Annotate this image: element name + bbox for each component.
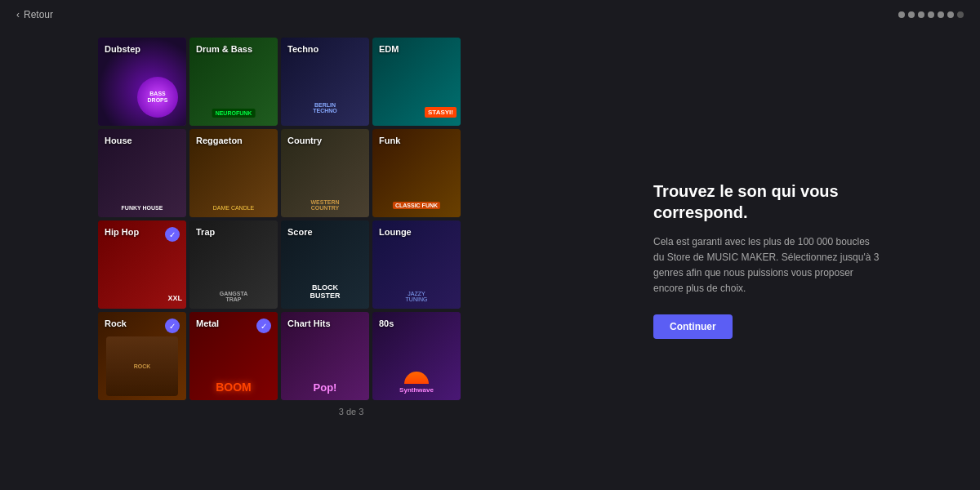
80s-art-text: Synthwave [399, 386, 434, 394]
genres-grid: BASSDROPS Dubstep NEUROFUNK Drum & Bass … [98, 38, 604, 400]
genre-card-edm[interactable]: STASYI! EDM [372, 38, 461, 126]
top-bar: ‹ Retour [0, 0, 980, 29]
dot-1 [898, 11, 905, 18]
genre-label-score: Score [287, 227, 313, 237]
genre-card-reggaeton[interactable]: DAME CANDLE Reggaeton [189, 129, 278, 217]
genre-card-techno[interactable]: BERLINTECHNO Techno [281, 38, 369, 126]
funk-art-text: CLASSIC FUNK [393, 202, 440, 209]
score-art-text: BLOCKBUSTER [310, 284, 340, 301]
genre-label-metal: Metal [196, 318, 219, 328]
genre-label-house: House [105, 136, 132, 145]
continue-button[interactable]: Continuer [653, 314, 733, 339]
dot-2 [908, 11, 915, 18]
genre-label-charthits: Chart Hits [287, 318, 331, 328]
genre-card-hiphop[interactable]: XXL Hip Hop ✓ [98, 220, 186, 309]
dubstep-art: BASSDROPS [137, 77, 178, 118]
genre-card-house[interactable]: FUNKY HOUSE House [98, 129, 186, 217]
dot-3 [918, 11, 924, 18]
genre-card-lounge[interactable]: JAZZYTUNING Lounge [372, 220, 461, 309]
genre-card-country[interactable]: WESTERNCOUNTRY Country [281, 129, 369, 217]
genres-section: BASSDROPS Dubstep NEUROFUNK Drum & Bass … [98, 38, 604, 482]
dot-7 [957, 11, 964, 18]
genre-label-country: Country [287, 136, 322, 145]
genre-card-rock[interactable]: ROCK Rock ✓ [98, 312, 186, 400]
genre-label-techno: Techno [287, 44, 318, 54]
dot-6 [947, 11, 954, 18]
genre-card-trap[interactable]: GANGSTATRAP Trap [189, 220, 278, 309]
back-chevron-icon: ‹ [16, 9, 20, 20]
genre-label-drum-bass: Drum & Bass [196, 44, 252, 54]
rock-check-icon: ✓ [165, 318, 180, 333]
info-title: Trouvez le son qui vous correspond. [653, 180, 882, 223]
genre-label-dubstep: Dubstep [105, 44, 140, 54]
dot-4 [928, 11, 934, 18]
genre-label-lounge: Lounge [379, 227, 412, 237]
back-button[interactable]: ‹ Retour [16, 9, 53, 20]
genre-card-funk[interactable]: CLASSIC FUNK Funk [372, 129, 461, 217]
back-label: Retour [24, 9, 53, 20]
genre-card-drum-bass[interactable]: NEUROFUNK Drum & Bass [189, 38, 278, 126]
genre-label-funk: Funk [379, 136, 400, 145]
reggaeton-art-text: DAME CANDLE [213, 205, 255, 211]
genre-card-charthits[interactable]: Pop! Chart Hits [281, 312, 369, 400]
hiphop-art-text: XXL [102, 294, 182, 302]
genre-card-metal[interactable]: BOOM Metal ✓ [189, 312, 278, 400]
metal-art-text: BOOM [216, 381, 252, 394]
house-art-text: FUNKY HOUSE [122, 205, 163, 211]
genre-label-rock: Rock [105, 318, 127, 328]
info-description: Cela est garanti avec les plus de 100 00… [653, 234, 882, 297]
drum-art-text: NEUROFUNK [212, 109, 256, 118]
genre-label-trap: Trap [196, 227, 215, 237]
edm-art-badge: STASYI! [425, 107, 457, 118]
main-content: BASSDROPS Dubstep NEUROFUNK Drum & Bass … [0, 29, 980, 490]
info-section: Trouvez le son qui vous correspond. Cela… [637, 38, 882, 482]
genre-card-80s[interactable]: Synthwave 80s [372, 312, 461, 400]
lounge-art-text: JAZZYTUNING [406, 291, 428, 302]
hiphop-check-icon: ✓ [165, 227, 180, 242]
genre-card-dubstep[interactable]: BASSDROPS Dubstep [98, 38, 186, 126]
techno-art-text: BERLINTECHNO [313, 102, 337, 114]
progress-dots [898, 11, 964, 18]
trap-art-text: GANGSTATRAP [220, 291, 247, 302]
genre-label-hiphop: Hip Hop [105, 227, 139, 237]
dot-5 [938, 11, 944, 18]
country-art-text: WESTERNCOUNTRY [311, 199, 340, 211]
charthits-art-text: Pop! [314, 381, 337, 394]
rock-art-text: ROCK [106, 336, 178, 396]
genre-card-score[interactable]: BLOCKBUSTER Score [281, 220, 369, 309]
metal-check-icon: ✓ [256, 318, 271, 333]
page-indicator: 3 de 3 [98, 407, 604, 416]
genre-label-edm: EDM [379, 44, 399, 54]
genre-label-80s: 80s [379, 318, 394, 328]
genre-label-reggaeton: Reggaeton [196, 136, 243, 145]
